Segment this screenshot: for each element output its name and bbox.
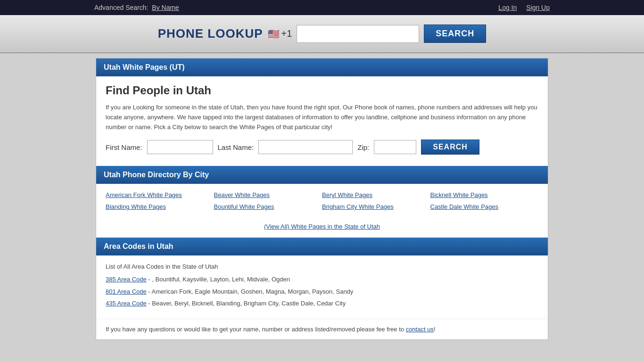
city-link-5[interactable]: Bountiful White Pages (214, 203, 322, 210)
signup-link[interactable]: Sign Up (526, 4, 550, 11)
phone-input[interactable] (297, 25, 419, 43)
zip-label: Zip: (357, 143, 369, 151)
view-all-section: (View All) White Pages in the State of U… (96, 218, 548, 238)
utah-white-pages-header: Utah White Pages (UT) (96, 58, 548, 76)
city-directory-header: Utah Phone Directory By City (96, 166, 548, 184)
phone-lookup-inner: PHONE LOOKUP 🇺🇸 +1 SEARCH (158, 25, 487, 43)
area-code-cities-1: - American Fork, Eagle Mountain, Goshen,… (147, 288, 354, 295)
last-name-label: Last Name: (218, 143, 254, 151)
footer-note: If you have any questions or would like … (96, 319, 548, 339)
contact-us-link[interactable]: contact us (406, 326, 434, 333)
auth-links: Log In Sign Up (491, 4, 550, 11)
city-link-3[interactable]: Bicknell White Pages (430, 191, 539, 198)
find-people-section: Find People in Utah If you are Looking f… (96, 76, 548, 166)
city-link-1[interactable]: Beaver White Pages (214, 191, 322, 198)
city-link-0[interactable]: American Fork White Pages (106, 191, 214, 198)
city-link-2[interactable]: Beryl White Pages (322, 191, 430, 198)
first-name-label: First Name: (106, 143, 142, 151)
city-link-4[interactable]: Blanding White Pages (106, 203, 214, 210)
country-code-display: 🇺🇸 +1 (268, 28, 292, 40)
description-text: If you are Looking for someone in the st… (106, 103, 538, 132)
advanced-search-text: Advanced Search: (94, 4, 148, 11)
area-code-row-2: 435 Area Code - Beaver, Beryl, Bicknell,… (106, 299, 538, 308)
city-link-6[interactable]: Brigham City White Pages (322, 203, 430, 210)
city-link-7[interactable]: Castle Dale White Pages (430, 203, 539, 210)
footer-note-after: ! (434, 326, 436, 333)
view-all-link[interactable]: (View All) White Pages in the State of U… (264, 223, 380, 230)
advanced-search-label: Advanced Search: By Name (94, 4, 179, 11)
phone-search-button[interactable]: SEARCH (424, 25, 486, 43)
first-name-input[interactable] (147, 140, 213, 154)
area-code-cities-0: - , Bountiful, Kaysville, Layton, Lehi, … (147, 276, 290, 283)
people-search-button[interactable]: SEARCH (421, 140, 479, 155)
people-search-form: First Name: Last Name: Zip: SEARCH (106, 140, 538, 155)
footer-note-before: If you have any questions or would like … (106, 326, 406, 333)
area-codes-list: 385 Area Code - , Bountiful, Kaysville, … (106, 275, 538, 308)
area-code-link-2[interactable]: 435 Area Code (106, 300, 147, 307)
area-code-cities-2: - Beaver, Beryl, Bicknell, Blanding, Bri… (147, 300, 346, 307)
area-code-link-0[interactable]: 385 Area Code (106, 276, 147, 283)
country-code-text: +1 (281, 28, 292, 39)
area-codes-content: List of All Area Codes in the State of U… (96, 255, 548, 319)
phone-lookup-label: PHONE LOOKUP (158, 26, 263, 41)
city-links-grid: American Fork White PagesBeaver White Pa… (96, 184, 548, 218)
flag-icon: 🇺🇸 (268, 28, 280, 40)
login-link[interactable]: Log In (498, 4, 517, 11)
by-name-link[interactable]: By Name (152, 4, 179, 11)
phone-lookup-bar: PHONE LOOKUP 🇺🇸 +1 SEARCH (0, 15, 644, 53)
zip-input[interactable] (374, 140, 416, 154)
area-code-link-1[interactable]: 801 Area Code (106, 288, 147, 295)
area-code-row-0: 385 Area Code - , Bountiful, Kaysville, … (106, 275, 538, 284)
main-content: Utah White Pages (UT) Find People in Uta… (96, 58, 548, 340)
area-codes-list-label: List of All Area Codes in the State of U… (106, 263, 538, 270)
area-codes-header: Area Codes in Utah (96, 238, 548, 255)
last-name-input[interactable] (258, 140, 353, 154)
top-bar: Advanced Search: By Name Log In Sign Up (0, 0, 644, 15)
page-title: Find People in Utah (106, 84, 538, 97)
area-code-row-1: 801 Area Code - American Fork, Eagle Mou… (106, 287, 538, 296)
